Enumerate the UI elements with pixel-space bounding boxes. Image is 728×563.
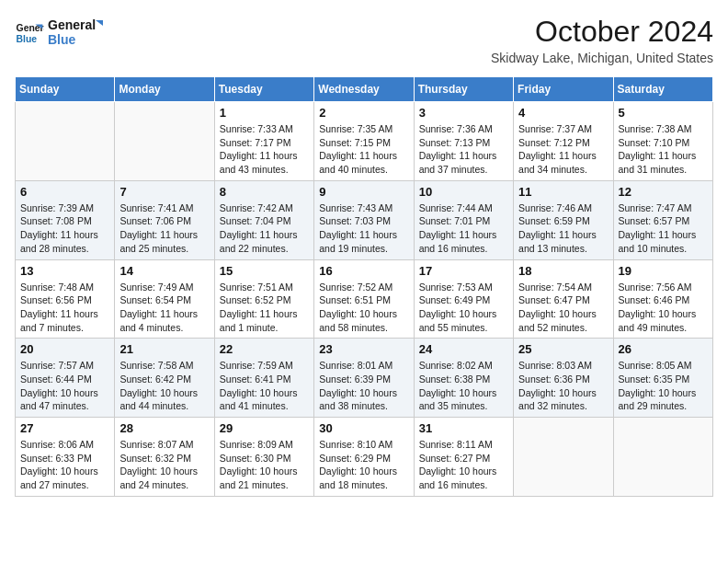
day-number: 16 <box>319 264 408 278</box>
month-title: October 2024 <box>491 15 713 49</box>
day-info: Sunrise: 7:57 AMSunset: 6:44 PMDaylight:… <box>20 359 109 413</box>
day-info: Sunrise: 8:02 AMSunset: 6:38 PMDaylight:… <box>419 359 508 413</box>
header-cell-wednesday: Wednesday <box>314 77 414 102</box>
day-cell: 23Sunrise: 8:01 AMSunset: 6:39 PMDayligh… <box>314 339 414 418</box>
day-cell <box>115 102 214 181</box>
day-number: 8 <box>220 185 309 199</box>
day-number: 24 <box>419 342 508 356</box>
day-info: Sunrise: 7:37 AMSunset: 7:12 PMDaylight:… <box>518 122 608 177</box>
day-number: 20 <box>20 342 109 356</box>
day-cell: 27Sunrise: 8:06 AMSunset: 6:33 PMDayligh… <box>16 418 115 497</box>
day-cell: 24Sunrise: 8:02 AMSunset: 6:38 PMDayligh… <box>414 339 513 418</box>
day-cell: 25Sunrise: 8:03 AMSunset: 6:36 PMDayligh… <box>514 339 613 418</box>
day-info: Sunrise: 7:56 AMSunset: 6:46 PMDaylight:… <box>619 281 708 335</box>
day-info: Sunrise: 7:53 AMSunset: 6:49 PMDaylight:… <box>419 281 508 335</box>
logo-icon: General Blue <box>15 18 44 48</box>
day-number: 7 <box>119 185 209 199</box>
day-info: Sunrise: 7:51 AMSunset: 6:52 PMDaylight:… <box>220 281 309 335</box>
day-number: 15 <box>220 264 309 278</box>
header-row: SundayMondayTuesdayWednesdayThursdayFrid… <box>16 77 713 102</box>
day-number: 2 <box>319 106 408 120</box>
day-number: 3 <box>419 106 508 120</box>
day-info: Sunrise: 7:36 AMSunset: 7:13 PMDaylight:… <box>419 122 508 177</box>
day-number: 31 <box>419 421 508 435</box>
day-number: 10 <box>419 185 508 199</box>
day-cell: 19Sunrise: 7:56 AMSunset: 6:46 PMDayligh… <box>613 259 712 339</box>
header-cell-tuesday: Tuesday <box>214 77 313 102</box>
location: Skidway Lake, Michigan, United States <box>491 51 713 65</box>
day-cell: 6Sunrise: 7:39 AMSunset: 7:08 PMDaylight… <box>16 180 115 259</box>
day-cell: 13Sunrise: 7:48 AMSunset: 6:56 PMDayligh… <box>16 259 115 339</box>
day-number: 25 <box>518 342 608 356</box>
day-info: Sunrise: 7:43 AMSunset: 7:03 PMDaylight:… <box>319 201 408 256</box>
day-cell <box>514 418 613 497</box>
day-cell: 3Sunrise: 7:36 AMSunset: 7:13 PMDaylight… <box>414 102 513 181</box>
day-cell: 14Sunrise: 7:49 AMSunset: 6:54 PMDayligh… <box>115 259 214 339</box>
day-cell: 15Sunrise: 7:51 AMSunset: 6:52 PMDayligh… <box>214 259 313 339</box>
day-number: 26 <box>619 342 708 356</box>
day-cell: 22Sunrise: 7:59 AMSunset: 6:41 PMDayligh… <box>214 339 313 418</box>
day-info: Sunrise: 7:46 AMSunset: 6:59 PMDaylight:… <box>518 201 608 256</box>
day-number: 18 <box>518 264 608 278</box>
header-cell-sunday: Sunday <box>16 77 115 102</box>
day-number: 13 <box>20 264 109 278</box>
day-cell: 21Sunrise: 7:58 AMSunset: 6:42 PMDayligh… <box>115 339 214 418</box>
day-number: 17 <box>419 264 508 278</box>
day-cell: 20Sunrise: 7:57 AMSunset: 6:44 PMDayligh… <box>16 339 115 418</box>
header-cell-monday: Monday <box>115 77 214 102</box>
day-cell: 5Sunrise: 7:38 AMSunset: 7:10 PMDaylight… <box>613 102 712 181</box>
day-info: Sunrise: 7:59 AMSunset: 6:41 PMDaylight:… <box>220 359 309 413</box>
day-number: 19 <box>619 264 708 278</box>
day-info: Sunrise: 8:07 AMSunset: 6:32 PMDaylight:… <box>119 438 209 492</box>
day-info: Sunrise: 7:44 AMSunset: 7:01 PMDaylight:… <box>419 201 508 256</box>
day-cell: 7Sunrise: 7:41 AMSunset: 7:06 PMDaylight… <box>115 180 214 259</box>
day-info: Sunrise: 8:09 AMSunset: 6:30 PMDaylight:… <box>220 438 309 492</box>
day-info: Sunrise: 7:41 AMSunset: 7:06 PMDaylight:… <box>119 201 209 256</box>
day-cell: 28Sunrise: 8:07 AMSunset: 6:32 PMDayligh… <box>115 418 214 497</box>
day-info: Sunrise: 7:35 AMSunset: 7:15 PMDaylight:… <box>319 122 408 177</box>
day-cell <box>16 102 115 181</box>
week-row-3: 13Sunrise: 7:48 AMSunset: 6:56 PMDayligh… <box>16 259 713 339</box>
calendar-table: SundayMondayTuesdayWednesdayThursdayFrid… <box>15 76 713 497</box>
header-cell-friday: Friday <box>514 77 613 102</box>
day-number: 22 <box>220 342 309 356</box>
day-info: Sunrise: 7:48 AMSunset: 6:56 PMDaylight:… <box>20 281 109 335</box>
logo: General Blue General Blue <box>15 15 103 52</box>
day-info: Sunrise: 7:38 AMSunset: 7:10 PMDaylight:… <box>619 122 708 177</box>
day-info: Sunrise: 8:01 AMSunset: 6:39 PMDaylight:… <box>319 359 408 413</box>
day-info: Sunrise: 7:49 AMSunset: 6:54 PMDaylight:… <box>119 281 209 335</box>
day-number: 1 <box>220 106 309 120</box>
header-cell-thursday: Thursday <box>414 77 513 102</box>
day-number: 21 <box>119 342 209 356</box>
day-info: Sunrise: 7:42 AMSunset: 7:04 PMDaylight:… <box>220 201 309 256</box>
day-cell: 16Sunrise: 7:52 AMSunset: 6:51 PMDayligh… <box>314 259 414 339</box>
day-info: Sunrise: 7:52 AMSunset: 6:51 PMDaylight:… <box>319 281 408 335</box>
day-cell: 29Sunrise: 8:09 AMSunset: 6:30 PMDayligh… <box>214 418 313 497</box>
day-info: Sunrise: 8:11 AMSunset: 6:27 PMDaylight:… <box>419 438 508 492</box>
day-info: Sunrise: 7:58 AMSunset: 6:42 PMDaylight:… <box>119 359 209 413</box>
week-row-2: 6Sunrise: 7:39 AMSunset: 7:08 PMDaylight… <box>16 180 713 259</box>
day-info: Sunrise: 7:54 AMSunset: 6:47 PMDaylight:… <box>518 281 608 335</box>
week-row-1: 1Sunrise: 7:33 AMSunset: 7:17 PMDaylight… <box>16 102 713 181</box>
day-cell: 18Sunrise: 7:54 AMSunset: 6:47 PMDayligh… <box>514 259 613 339</box>
day-number: 28 <box>119 421 209 435</box>
day-cell: 4Sunrise: 7:37 AMSunset: 7:12 PMDaylight… <box>514 102 613 181</box>
day-number: 27 <box>20 421 109 435</box>
day-info: Sunrise: 8:03 AMSunset: 6:36 PMDaylight:… <box>518 359 608 413</box>
day-cell: 10Sunrise: 7:44 AMSunset: 7:01 PMDayligh… <box>414 180 513 259</box>
day-cell: 1Sunrise: 7:33 AMSunset: 7:17 PMDaylight… <box>214 102 313 181</box>
day-number: 30 <box>319 421 408 435</box>
day-cell: 2Sunrise: 7:35 AMSunset: 7:15 PMDaylight… <box>314 102 414 181</box>
day-info: Sunrise: 8:10 AMSunset: 6:29 PMDaylight:… <box>319 438 408 492</box>
calendar-header: SundayMondayTuesdayWednesdayThursdayFrid… <box>16 77 713 102</box>
day-cell: 8Sunrise: 7:42 AMSunset: 7:04 PMDaylight… <box>214 180 313 259</box>
day-cell: 12Sunrise: 7:47 AMSunset: 6:57 PMDayligh… <box>613 180 712 259</box>
day-number: 5 <box>619 106 708 120</box>
day-cell: 31Sunrise: 8:11 AMSunset: 6:27 PMDayligh… <box>414 418 513 497</box>
header-cell-saturday: Saturday <box>613 77 712 102</box>
day-cell: 17Sunrise: 7:53 AMSunset: 6:49 PMDayligh… <box>414 259 513 339</box>
day-info: Sunrise: 8:05 AMSunset: 6:35 PMDaylight:… <box>619 359 708 413</box>
day-number: 4 <box>518 106 608 120</box>
day-number: 29 <box>220 421 309 435</box>
svg-text:Blue: Blue <box>48 32 76 47</box>
